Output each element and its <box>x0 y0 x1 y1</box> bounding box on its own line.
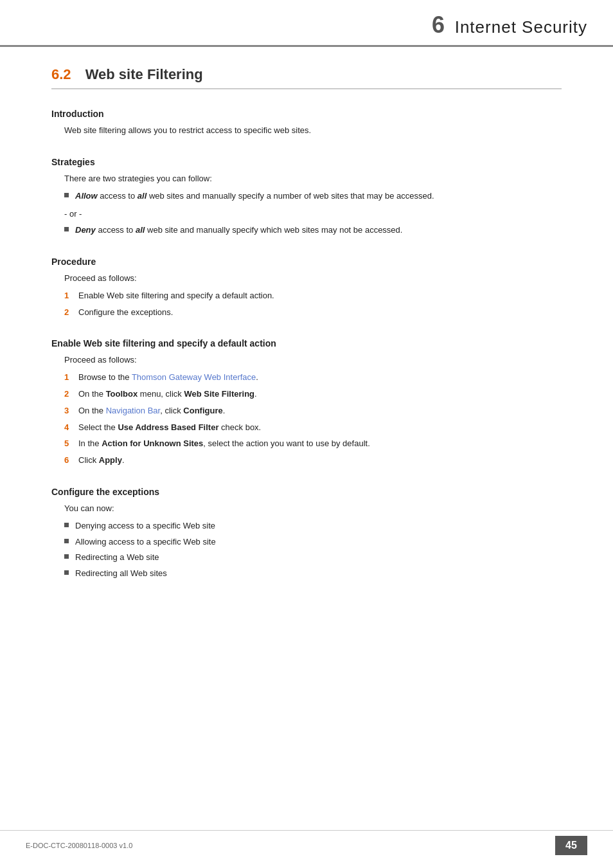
bullet-item-deny: Deny access to all web site and manually… <box>64 224 562 237</box>
enable-step-4-text: Select the Use Address Based Filter chec… <box>78 421 261 435</box>
procedure-step-1-text: Enable Web site filtering and specify a … <box>78 289 274 303</box>
page-container: 6 Internet Security 6.2 Web site Filteri… <box>0 0 613 868</box>
bullet-icon-allow <box>64 193 69 197</box>
procedure-num-2: 2 <box>64 306 78 320</box>
chapter-heading: 6 Internet Security <box>432 12 587 39</box>
enable-num-6: 6 <box>64 454 78 467</box>
enable-num-1: 1 <box>64 371 78 384</box>
bullet-icon-redirect-all <box>64 570 69 575</box>
bullet-allow-specific: Allowing access to a specific Web site <box>64 536 562 549</box>
bullet-deny-specific: Denying access to a specific Web site <box>64 520 562 533</box>
bullet-deny-specific-text: Denying access to a specific Web site <box>75 520 215 533</box>
bullet-redirect-all: Redirecting all Web sites <box>64 567 562 581</box>
bullet-redirect-one: Redirecting a Web site <box>64 551 562 565</box>
strategies-intro: There are two strategies you can follow: <box>64 172 562 186</box>
bullet-allow-specific-text: Allowing access to a specific Web site <box>75 536 216 549</box>
procedure-num-1: 1 <box>64 289 78 303</box>
enable-step-1-text: Browse to the Thomson Gateway Web Interf… <box>78 371 258 384</box>
introduction-body: Web site filtering allows you to restric… <box>64 124 562 138</box>
thomson-gateway-link[interactable]: Thomson Gateway Web Interface <box>132 372 256 382</box>
strategies-bullet2: Deny access to all web site and manually… <box>64 224 562 237</box>
bullet-icon-deny-specific <box>64 523 69 527</box>
configure-bold: Configure <box>183 406 222 415</box>
enable-num-2: 2 <box>64 388 78 401</box>
bullet-allow-text: Allow access to all web sites and manual… <box>75 190 434 203</box>
apply-bold: Apply <box>99 455 122 465</box>
main-content: 6.2 Web site Filtering Introduction Web … <box>0 47 613 624</box>
navigation-bar-link[interactable]: Navigation Bar <box>106 406 161 415</box>
all-keyword-1: all <box>138 191 147 201</box>
enable-step-5: 5 In the Action for Unknown Sites, selec… <box>64 437 562 451</box>
enable-step-6: 6 Click Apply. <box>64 454 562 467</box>
page-number: 45 <box>555 836 587 855</box>
bullet-deny-text: Deny access to all web site and manually… <box>75 224 402 237</box>
enable-step-5-text: In the Action for Unknown Sites, select … <box>78 437 370 451</box>
chapter-title: Internet Security <box>455 17 587 37</box>
page-footer: E-DOC-CTC-20080118-0003 v1.0 45 <box>0 830 613 855</box>
bullet-redirect-all-text: Redirecting all Web sites <box>75 567 167 581</box>
footer-doc-id: E-DOC-CTC-20080118-0003 v1.0 <box>26 842 132 849</box>
introduction-heading: Introduction <box>51 109 562 119</box>
strategies-bullet1: Allow access to all web sites and manual… <box>64 190 562 203</box>
strategies-heading: Strategies <box>51 157 562 167</box>
enable-step-4: 4 Select the Use Address Based Filter ch… <box>64 421 562 435</box>
procedure-heading: Procedure <box>51 257 562 267</box>
configure-bullets: Denying access to a specific Web site Al… <box>64 520 562 581</box>
procedure-step-2: 2 Configure the exceptions. <box>64 306 562 320</box>
enable-num-3: 3 <box>64 404 78 418</box>
enable-step-1: 1 Browse to the Thomson Gateway Web Inte… <box>64 371 562 384</box>
enable-step-3: 3 On the Navigation Bar, click Configure… <box>64 404 562 418</box>
introduction-section: Introduction Web site filtering allows y… <box>51 109 562 138</box>
enable-step-3-text: On the Navigation Bar, click Configure. <box>78 404 225 418</box>
toolbox-bold: Toolbox <box>106 389 138 399</box>
configure-intro: You can now: <box>64 502 562 516</box>
chapter-number: 6 <box>432 12 445 38</box>
strategies-section: Strategies There are two strategies you … <box>51 157 562 237</box>
web-site-filtering-bold: Web Site Filtering <box>184 389 254 399</box>
enable-step-2-text: On the Toolbox menu, click Web Site Filt… <box>78 388 257 401</box>
action-unknown-bold: Action for Unknown Sites <box>102 439 203 448</box>
enable-step-6-text: Click Apply. <box>78 454 125 467</box>
enable-intro: Proceed as follows: <box>64 354 562 367</box>
top-header: 6 Internet Security <box>0 0 613 47</box>
bullet-icon-allow-specific <box>64 539 69 543</box>
section-title-text: Web site Filtering <box>85 66 203 82</box>
enable-num-5: 5 <box>64 437 78 451</box>
bullet-redirect-one-text: Redirecting a Web site <box>75 551 159 565</box>
allow-keyword: Allow <box>75 191 98 201</box>
configure-heading: Configure the exceptions <box>51 487 562 497</box>
enable-heading: Enable Web site filtering and specify a … <box>51 338 562 348</box>
enable-num-4: 4 <box>64 421 78 435</box>
deny-keyword: Deny <box>75 225 96 235</box>
enable-section: Enable Web site filtering and specify a … <box>51 338 562 467</box>
procedure-steps: 1 Enable Web site filtering and specify … <box>64 289 562 320</box>
bullet-icon-deny <box>64 227 69 231</box>
procedure-step-1: 1 Enable Web site filtering and specify … <box>64 289 562 303</box>
all-keyword-2: all <box>136 225 145 235</box>
procedure-intro: Proceed as follows: <box>64 272 562 285</box>
bullet-icon-redirect-one <box>64 554 69 559</box>
enable-steps: 1 Browse to the Thomson Gateway Web Inte… <box>64 371 562 467</box>
section-title: 6.2 Web site Filtering <box>51 66 562 89</box>
section-number: 6.2 <box>51 66 71 82</box>
procedure-step-2-text: Configure the exceptions. <box>78 306 173 320</box>
bullet-item-allow: Allow access to all web sites and manual… <box>64 190 562 203</box>
enable-step-2: 2 On the Toolbox menu, click Web Site Fi… <box>64 388 562 401</box>
use-address-bold: Use Address Based Filter <box>118 422 218 432</box>
procedure-section: Procedure Proceed as follows: 1 Enable W… <box>51 257 562 319</box>
or-separator: - or - <box>64 208 562 221</box>
configure-section: Configure the exceptions You can now: De… <box>51 487 562 581</box>
